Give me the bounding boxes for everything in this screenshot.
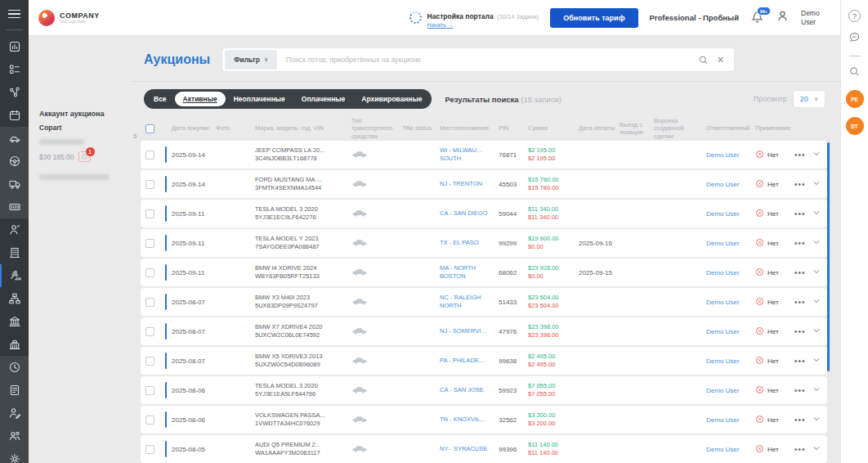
row-expand-chevron[interactable] (812, 356, 829, 366)
location-link[interactable]: MA - NORTH BOSTON (440, 264, 499, 281)
client-icon[interactable] (0, 218, 29, 241)
row-checkbox[interactable] (145, 357, 154, 366)
tab-0[interactable]: Все (145, 92, 175, 106)
pe-badge[interactable]: PE (846, 90, 864, 108)
responsible-link[interactable]: Demo User (706, 210, 755, 218)
user-name[interactable]: Demo User (801, 9, 829, 26)
location-link[interactable]: TX - EL PASO (440, 239, 499, 247)
pending-payments-clock-icon[interactable]: 1 (78, 151, 91, 162)
row-menu-button[interactable]: ••• (794, 327, 812, 336)
responsible-link[interactable]: Demo User (706, 269, 755, 276)
billing-clock-icon[interactable] (0, 356, 29, 379)
row-checkbox[interactable] (145, 327, 154, 336)
table-row[interactable]: 2025-08-06 TESLA MODEL 3 20205YJ3E1EA5LF… (141, 376, 827, 404)
table-row[interactable]: 2025-08-06 VOLKSWAGEN PASSA...1VWDT7A34H… (141, 406, 827, 434)
dt-badge[interactable]: DT (846, 117, 864, 135)
upgrade-plan-button[interactable]: Обновить тариф (550, 8, 638, 28)
row-expand-chevron[interactable] (812, 326, 829, 336)
user-edit-icon[interactable] (0, 402, 29, 425)
truck-icon[interactable] (0, 173, 29, 196)
responsible-link[interactable]: Demo User (706, 240, 755, 247)
row-expand-chevron[interactable] (812, 179, 829, 189)
responsible-link[interactable]: Demo User (706, 151, 755, 159)
location-link[interactable]: NC - RALEIGH NORTH (440, 294, 499, 310)
user-icon[interactable] (776, 9, 790, 26)
row-menu-button[interactable]: ••• (794, 298, 812, 307)
row-expand-chevron[interactable] (812, 238, 829, 248)
table-row[interactable]: 2025-09-11 TESLA MODEL 3 20205YJ3E1EC9LF… (141, 200, 827, 227)
row-checkbox[interactable] (145, 386, 154, 395)
tasks-icon[interactable] (0, 58, 29, 81)
finance-settings-icon[interactable] (0, 447, 29, 463)
responsible-link[interactable]: Demo User (706, 181, 755, 188)
car-carrier-icon[interactable] (0, 127, 29, 150)
table-row[interactable]: 2025-08-07 BMW X5 XDRIVE3 20135UXZW0C54D… (141, 347, 827, 375)
tab-4[interactable]: Архивированные (353, 92, 430, 106)
page-size-select[interactable]: 20 ∨ (793, 90, 825, 108)
responsible-link[interactable]: Demo User (706, 446, 755, 453)
location-link[interactable]: WI - MILWAU... SOUTH (440, 146, 499, 163)
dashboard-icon[interactable] (0, 35, 29, 58)
tab-3[interactable]: Оплаченные (293, 92, 354, 106)
setup-start-link[interactable]: Начать → (427, 22, 539, 28)
row-checkbox[interactable] (145, 180, 154, 189)
filter-button[interactable]: Фильтр ∨ (225, 50, 277, 70)
row-expand-chevron[interactable] (812, 150, 829, 160)
location-link[interactable]: NJ - SOMERVI... (440, 327, 499, 335)
row-expand-chevron[interactable] (812, 209, 829, 218)
company-icon[interactable] (0, 241, 29, 264)
government-icon[interactable] (0, 333, 29, 356)
row-menu-button[interactable]: ••• (794, 416, 812, 425)
location-link[interactable]: CA - SAN DIEGO (440, 209, 499, 218)
clear-search-icon[interactable]: ✕ (717, 55, 724, 65)
table-row[interactable]: 2025-08-05 AUDI Q5 PREMIUM 2...WA1AAAFY3… (141, 435, 827, 463)
container-icon[interactable] (0, 196, 29, 218)
table-row[interactable]: 2025-08-07 BMW X3 M40I 20235UX83DP09P9S2… (141, 288, 827, 316)
row-checkbox[interactable] (145, 209, 154, 218)
menu-icon[interactable] (0, 0, 29, 28)
table-row[interactable]: 2025-08-07 BMW X7 XDRIVE4 20205UXCW2C06L… (141, 317, 827, 345)
row-expand-chevron[interactable] (812, 444, 829, 454)
search-input[interactable] (280, 56, 698, 64)
location-link[interactable]: TN - KNOXVIL... (440, 416, 499, 424)
location-link[interactable]: NY - SYRACUSE (440, 445, 499, 453)
table-row[interactable]: 2025-09-11 TESLA MODEL Y 20237SAYGDEE0PA… (141, 229, 827, 257)
responsible-link[interactable]: Demo User (706, 328, 755, 335)
row-checkbox[interactable] (145, 151, 154, 160)
row-checkbox[interactable] (145, 268, 154, 277)
help-icon[interactable]: ? (848, 10, 861, 22)
table-row[interactable]: 2025-09-14 JEEP COMPASS LA 20...3C4NJDBB… (141, 141, 827, 169)
search-icon[interactable] (698, 55, 709, 65)
responsible-link[interactable]: Demo User (706, 387, 755, 394)
table-scrollbar[interactable] (827, 142, 830, 371)
users-icon[interactable] (0, 425, 29, 447)
row-checkbox[interactable] (145, 298, 154, 307)
responsible-link[interactable]: Demo User (706, 357, 755, 365)
row-expand-chevron[interactable] (812, 267, 829, 277)
table-row[interactable]: 2025-09-14 FORD MUSTANG MA ...3FMTK4SEXN… (141, 170, 827, 198)
table-row[interactable]: 2025-09-11 BMW I4 XDRIVE 2024WBY83FB05RF… (141, 258, 827, 286)
bank-icon[interactable] (0, 310, 29, 333)
tab-1[interactable]: Активные (175, 92, 226, 106)
pipeline-icon[interactable] (0, 81, 29, 104)
tab-2[interactable]: Неоплаченные (226, 92, 293, 106)
row-menu-button[interactable]: ••• (794, 151, 812, 160)
responsible-link[interactable]: Demo User (706, 416, 755, 424)
row-expand-chevron[interactable] (812, 385, 829, 395)
notifications-bell-icon[interactable]: 99+ (750, 11, 764, 25)
row-menu-button[interactable]: ••• (794, 209, 812, 218)
row-expand-chevron[interactable] (812, 297, 829, 307)
auction-gavel-icon[interactable] (0, 264, 29, 287)
row-checkbox[interactable] (145, 416, 154, 425)
row-menu-button[interactable]: ••• (794, 268, 812, 277)
invoice-icon[interactable] (0, 379, 29, 402)
steering-wheel-icon[interactable] (0, 150, 29, 173)
row-checkbox[interactable] (145, 239, 154, 248)
row-menu-button[interactable]: ••• (794, 357, 812, 366)
calendar-icon[interactable] (0, 104, 29, 127)
row-menu-button[interactable]: ••• (794, 386, 812, 395)
row-menu-button[interactable]: ••• (794, 445, 812, 454)
location-link[interactable]: CA - SAN JOSE (440, 386, 499, 394)
location-link[interactable]: NJ - TRENTON (440, 180, 499, 188)
location-link[interactable]: PA - PHILADE... (440, 357, 499, 365)
